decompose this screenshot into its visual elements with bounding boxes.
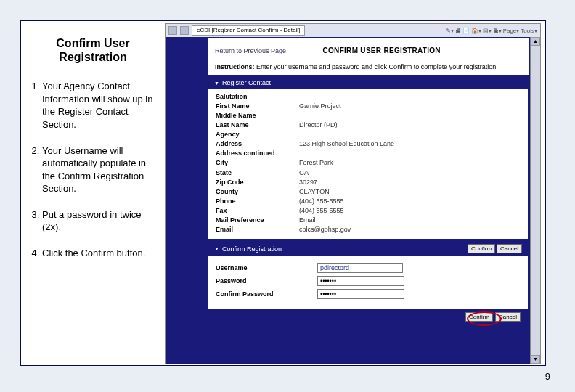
field-value: Email bbox=[299, 216, 316, 224]
instructions-text: Enter your username and password and cli… bbox=[256, 63, 498, 70]
field-row: StateGA bbox=[216, 168, 521, 177]
register-contact-panel: ▼ Register Contact SalutationFirst NameG… bbox=[208, 76, 529, 240]
page-number: 9 bbox=[545, 371, 550, 382]
field-label: Last Name bbox=[216, 121, 299, 129]
confirm-password-field[interactable] bbox=[317, 289, 404, 299]
field-row: Address continued bbox=[216, 149, 521, 158]
title-line-1: Confirm User bbox=[56, 37, 129, 49]
panel-title: Register Contact bbox=[222, 79, 271, 86]
nav-back-icon[interactable] bbox=[168, 26, 177, 35]
confirm-button[interactable]: Confirm bbox=[468, 244, 495, 253]
title-line-2: Registration bbox=[59, 51, 126, 63]
app-titlebar: eCDI [Register Contact Confirm - Detail]… bbox=[166, 24, 540, 37]
field-label: Address continued bbox=[216, 149, 299, 158]
nav-fwd-icon[interactable] bbox=[180, 26, 189, 35]
field-value: (404) 555-5555 bbox=[299, 206, 344, 215]
panel-header-actions: Confirm Cancel bbox=[468, 244, 522, 253]
cancel-button[interactable]: Cancel bbox=[497, 244, 522, 253]
field-label: Agency bbox=[216, 130, 299, 139]
field-row: CityForest Park bbox=[216, 158, 521, 168]
field-label: First Name bbox=[216, 102, 299, 110]
password-field[interactable] bbox=[317, 276, 404, 286]
confirm-registration-panel: ▼ Confirm Registration Confirm Cancel Us… bbox=[208, 241, 529, 325]
scrollbar[interactable]: ▲ ▼ bbox=[530, 37, 540, 364]
field-row: Middle Name bbox=[216, 110, 521, 120]
page-title: CONFIRM USER REGISTRATION bbox=[323, 46, 441, 54]
confirm-registration-fields: Username pdirectord Password Confirm Pas… bbox=[208, 256, 528, 309]
field-label: Fax bbox=[216, 206, 299, 215]
app-body: Return to Previous Page CONFIRM USER REG… bbox=[166, 37, 540, 364]
register-contact-fields: SalutationFirst NameGarnie ProjectMiddle… bbox=[208, 89, 528, 239]
slide-title: Confirm User Registration bbox=[29, 36, 157, 64]
steps-list: Your Agency Contact Information will sho… bbox=[29, 80, 157, 259]
scroll-up-icon[interactable]: ▲ bbox=[531, 37, 540, 46]
app-window: eCDI [Register Contact Confirm - Detail]… bbox=[165, 23, 541, 364]
field-row: Zip Code30297 bbox=[216, 177, 521, 187]
field-value: Director (PD) bbox=[299, 121, 338, 129]
content-column: Return to Previous Page CONFIRM USER REG… bbox=[208, 37, 530, 364]
cancel-button[interactable]: Cancel bbox=[495, 312, 521, 322]
slide: Confirm User Registration Your Agency Co… bbox=[0, 0, 575, 392]
field-label: Salutation bbox=[216, 92, 299, 101]
username-value: pdirectord bbox=[317, 263, 403, 273]
field-value: (404) 555-5555 bbox=[299, 197, 344, 205]
collapse-icon[interactable]: ▼ bbox=[214, 81, 219, 86]
username-row: Username pdirectord bbox=[216, 263, 521, 273]
field-row: Agency bbox=[216, 130, 521, 139]
field-row: Salutation bbox=[216, 91, 521, 101]
field-row: Address123 High School Education Lane bbox=[216, 139, 521, 149]
confirm-password-row: Confirm Password bbox=[216, 289, 521, 299]
instructions-panel: Confirm User Registration Your Agency Co… bbox=[29, 36, 157, 272]
tool-icon[interactable]: ▤▾ bbox=[483, 28, 492, 34]
step-item: Your Agency Contact Information will sho… bbox=[42, 80, 157, 131]
page-menu[interactable]: Page▾ bbox=[503, 28, 520, 34]
browser-tab[interactable]: eCDI [Register Contact Confirm - Detail] bbox=[192, 25, 305, 36]
field-value: Garnie Project bbox=[299, 102, 341, 110]
tool-icon[interactable]: 🖶 bbox=[455, 28, 461, 34]
step-item: Your Username will automatically populat… bbox=[42, 144, 157, 195]
panel-header: ▼ Confirm Registration Confirm Cancel bbox=[208, 242, 528, 256]
panel-title: Confirm Registration bbox=[222, 245, 282, 253]
field-value: Forest Park bbox=[299, 158, 333, 167]
password-label: Password bbox=[216, 277, 317, 285]
toolbar-icons: ✎▾ 🖶 📄 🏠▾ ▤▾ 🖶▾ Page▾ Tools▾ bbox=[446, 28, 537, 34]
field-label: Phone bbox=[216, 197, 299, 205]
field-label: Mail Preference bbox=[216, 216, 299, 224]
field-row: Fax(404) 555-5555 bbox=[216, 206, 521, 216]
tool-icon[interactable]: 📄 bbox=[462, 28, 470, 34]
scroll-down-icon[interactable]: ▼ bbox=[531, 355, 540, 364]
field-value: GA bbox=[299, 168, 309, 177]
tools-menu[interactable]: Tools▾ bbox=[521, 28, 537, 34]
left-nav-strip bbox=[166, 37, 208, 364]
field-row: First NameGarnie Project bbox=[216, 101, 521, 110]
page-header: Return to Previous Page CONFIRM USER REG… bbox=[208, 38, 529, 75]
field-label: Middle Name bbox=[216, 111, 299, 120]
return-link[interactable]: Return to Previous Page bbox=[215, 47, 286, 54]
field-value: 30297 bbox=[299, 178, 317, 187]
collapse-icon[interactable]: ▼ bbox=[214, 246, 219, 251]
field-row: Last NameDirector (PD) bbox=[216, 120, 521, 129]
confirm-button[interactable]: Confirm bbox=[465, 312, 493, 322]
tool-icon[interactable]: ✎▾ bbox=[446, 28, 454, 34]
field-row: Emailcplcs@gohsp.gov bbox=[216, 225, 521, 234]
field-row: CountyCLAYTON bbox=[216, 187, 521, 196]
username-label: Username bbox=[216, 264, 317, 271]
step-item: Put a password in twice (2x). bbox=[42, 208, 157, 234]
panel-footer: Confirm Cancel bbox=[208, 309, 528, 324]
home-icon[interactable]: 🏠▾ bbox=[471, 28, 481, 34]
field-row: Phone(404) 555-5555 bbox=[216, 197, 521, 206]
step-item: Click the Confirm button. bbox=[42, 247, 157, 260]
field-label: County bbox=[216, 187, 299, 196]
field-value: cplcs@gohsp.gov bbox=[299, 225, 351, 234]
print-icon[interactable]: 🖶▾ bbox=[493, 28, 502, 34]
confirm-password-label: Confirm Password bbox=[216, 290, 317, 298]
panel-header: ▼ Register Contact bbox=[208, 77, 528, 89]
field-label: Email bbox=[216, 225, 299, 234]
field-value: 123 High School Education Lane bbox=[299, 139, 394, 148]
field-row: Mail PreferenceEmail bbox=[216, 216, 521, 225]
field-label: Zip Code bbox=[216, 178, 299, 187]
field-label: State bbox=[216, 168, 299, 177]
field-label: City bbox=[216, 158, 299, 167]
field-label: Address bbox=[216, 139, 299, 148]
password-row: Password bbox=[216, 276, 521, 286]
